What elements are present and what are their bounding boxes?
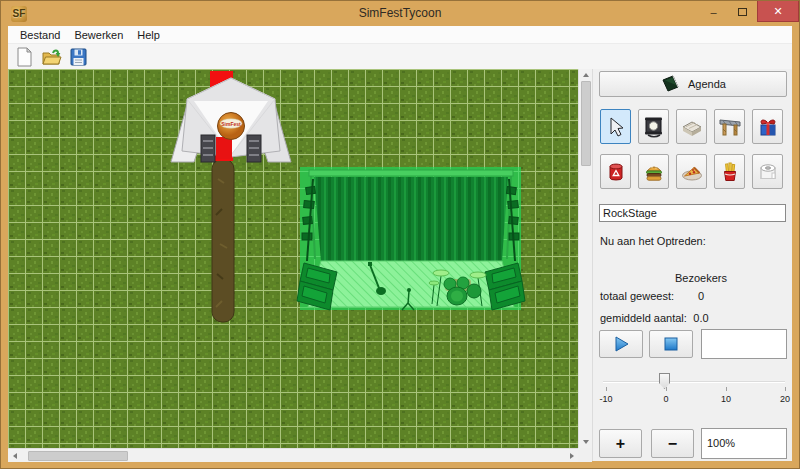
- app-window: SF SimFestTycoon – ✕ Bestand Bewerken He…: [0, 0, 800, 469]
- scroll-up-icon[interactable]: [579, 69, 592, 81]
- spotlight-tool-button[interactable]: [638, 109, 669, 144]
- titlebar: SF SimFestTycoon – ✕: [1, 1, 799, 26]
- festival-map-canvas[interactable]: SimFest: [8, 69, 578, 448]
- gift-tool-button[interactable]: [752, 109, 783, 144]
- new-document-icon: [14, 47, 34, 67]
- scroll-down-icon[interactable]: [579, 436, 592, 448]
- stage-curtain: [314, 177, 508, 261]
- speed-slider-track[interactable]: [603, 381, 785, 383]
- stage-floor: [308, 261, 514, 307]
- play-icon: [612, 335, 630, 353]
- simulation-status-box: [701, 329, 787, 359]
- window-controls: – ✕: [699, 1, 799, 22]
- zoom-out-button[interactable]: −: [651, 429, 694, 458]
- client-area: Bestand Bewerken Help: [8, 26, 792, 461]
- maximize-icon: [738, 8, 747, 16]
- dirt-path[interactable]: [212, 159, 234, 322]
- menu-bestand[interactable]: Bestand: [13, 26, 67, 44]
- zoom-level-field[interactable]: 100%: [701, 428, 787, 459]
- visitors-header: Bezoekers: [651, 272, 751, 284]
- trashcan-tool-button[interactable]: [600, 154, 631, 189]
- trashcan-icon: [604, 160, 628, 184]
- now-playing-label: Nu aan het Optreden:: [600, 235, 706, 247]
- fries-icon: [718, 160, 742, 184]
- spotlight-icon: [642, 115, 666, 139]
- menu-help[interactable]: Help: [130, 26, 167, 44]
- tent-speaker-right: [247, 135, 261, 162]
- scrollbar-corner: [578, 448, 592, 462]
- slider-tick: [666, 387, 667, 391]
- slider-label-zero: 0: [654, 394, 678, 404]
- slider-label-min: -10: [594, 394, 618, 404]
- save-floppy-icon: [68, 47, 88, 67]
- pizza-tool-button[interactable]: [676, 154, 707, 189]
- maximize-button[interactable]: [728, 1, 757, 22]
- agenda-label: Agenda: [688, 78, 726, 90]
- slider-tick: [785, 387, 786, 391]
- toolbar: [8, 44, 792, 69]
- slider-tick: [606, 387, 607, 391]
- horizontal-scrollbar[interactable]: [8, 448, 578, 462]
- rockstage-object[interactable]: [297, 167, 525, 310]
- window-title: SimFestTycoon: [1, 1, 799, 26]
- slider-tick: [726, 387, 727, 391]
- main-area: SimFest: [8, 69, 792, 461]
- stage-speakers-right: [485, 263, 525, 310]
- svg-text:SimFest: SimFest: [221, 121, 241, 127]
- burger-icon: [642, 160, 666, 184]
- vertical-scroll-thumb[interactable]: [581, 81, 591, 166]
- open-folder-icon: [41, 47, 62, 67]
- canvas-area: SimFest: [8, 69, 592, 461]
- tool-row-2: [593, 154, 792, 189]
- stage-tool-button[interactable]: [676, 109, 707, 144]
- side-panel: Agenda: [592, 69, 792, 461]
- select-tool-button[interactable]: [600, 109, 631, 144]
- stage-speakers-left: [297, 263, 337, 310]
- stage-name-input[interactable]: [599, 204, 786, 222]
- burger-tool-button[interactable]: [638, 154, 669, 189]
- carpet-through-tent: [216, 137, 232, 159]
- tool-row-1: [593, 109, 792, 144]
- gift-icon: [756, 115, 780, 139]
- pizza-icon: [680, 160, 704, 184]
- toilet-roll-tool-button[interactable]: [752, 154, 783, 189]
- minimize-button[interactable]: –: [699, 1, 728, 22]
- slider-label-max: 20: [773, 394, 797, 404]
- menubar: Bestand Bewerken Help: [8, 26, 792, 44]
- slider-label-ten: 10: [714, 394, 738, 404]
- vertical-scrollbar[interactable]: [578, 69, 592, 448]
- scroll-right-icon[interactable]: [565, 450, 578, 462]
- agenda-button[interactable]: Agenda: [599, 71, 787, 97]
- speed-slider-thumb[interactable]: [659, 373, 670, 389]
- total-visitors-value: 0: [651, 290, 751, 302]
- open-file-button[interactable]: [40, 46, 62, 68]
- simfest-logo: SimFest: [218, 113, 245, 140]
- agenda-book-icon: [660, 75, 680, 93]
- zoom-in-button[interactable]: +: [599, 429, 642, 458]
- gate-icon: [718, 115, 742, 139]
- gate-tool-button[interactable]: [714, 109, 745, 144]
- stop-button[interactable]: [649, 330, 693, 358]
- stop-icon: [663, 336, 679, 352]
- save-file-button[interactable]: [67, 46, 89, 68]
- play-button[interactable]: [599, 330, 643, 358]
- scroll-left-icon[interactable]: [8, 450, 21, 462]
- toilet-roll-icon: [756, 160, 780, 184]
- menu-bewerken[interactable]: Bewerken: [67, 26, 130, 44]
- cursor-icon: [604, 115, 628, 139]
- average-visitors-value: 0.0: [651, 312, 751, 324]
- tent-speaker-left: [201, 135, 215, 162]
- new-file-button[interactable]: [13, 46, 35, 68]
- stage-platform-icon: [680, 115, 704, 139]
- fries-tool-button[interactable]: [714, 154, 745, 189]
- close-button[interactable]: ✕: [757, 1, 799, 22]
- horizontal-scroll-thumb[interactable]: [28, 451, 128, 461]
